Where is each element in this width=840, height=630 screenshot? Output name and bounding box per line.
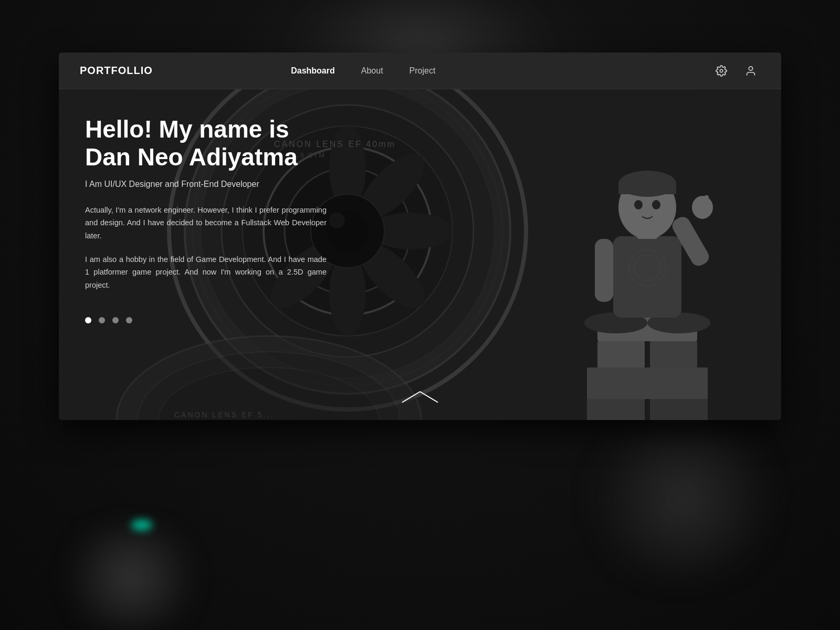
scroll-up-button[interactable] bbox=[399, 386, 441, 410]
svg-rect-29 bbox=[587, 399, 645, 420]
hero-section: CANON LENS EF 40mm 1:2.8 STM CANON LENS … bbox=[59, 89, 781, 420]
svg-rect-45 bbox=[699, 197, 704, 207]
hero-text-content: Hello! My name is Dan Neo Adiyatma I Am … bbox=[59, 89, 353, 420]
nav-item-project[interactable]: Project bbox=[410, 66, 436, 76]
svg-point-0 bbox=[720, 69, 723, 72]
nav-item-about[interactable]: About bbox=[361, 66, 383, 76]
hero-subtitle: I Am UI/UX Designer and Front-End Develo… bbox=[85, 180, 327, 189]
dot-4[interactable] bbox=[126, 317, 132, 323]
svg-rect-33 bbox=[613, 236, 681, 318]
dot-2[interactable] bbox=[99, 317, 105, 323]
brand-logo: PORTFOLLIO bbox=[80, 65, 153, 77]
bg-blob-bottom-right bbox=[578, 420, 788, 578]
svg-point-42 bbox=[634, 200, 643, 209]
svg-rect-26 bbox=[597, 341, 645, 368]
svg-point-43 bbox=[652, 200, 660, 209]
navbar: PORTFOLLIO Dashboard About Project bbox=[59, 52, 781, 89]
svg-rect-28 bbox=[587, 368, 708, 399]
hero-body-2: I am also a hobby in the field of Game D… bbox=[85, 253, 327, 292]
bg-green-accent bbox=[131, 520, 152, 530]
user-button[interactable] bbox=[741, 61, 760, 80]
settings-button[interactable] bbox=[712, 61, 731, 80]
svg-point-1 bbox=[749, 66, 752, 70]
chevron-up-icon bbox=[399, 386, 441, 407]
hero-title-line1: Hello! My name is bbox=[85, 116, 289, 143]
person-figure bbox=[555, 116, 739, 420]
svg-rect-41 bbox=[618, 184, 676, 194]
nav-menu: Dashboard About Project bbox=[291, 66, 435, 76]
hero-title: Hello! My name is Dan Neo Adiyatma bbox=[85, 116, 327, 171]
navbar-icons bbox=[712, 61, 760, 80]
svg-rect-36 bbox=[595, 239, 613, 302]
hero-dots bbox=[85, 317, 327, 323]
nav-item-dashboard[interactable]: Dashboard bbox=[291, 66, 335, 76]
hero-title-line2: Dan Neo Adiyatma bbox=[85, 143, 298, 171]
svg-rect-27 bbox=[650, 341, 697, 368]
bg-blob-bottom-left bbox=[52, 525, 210, 630]
hero-body-1: Actually, I'm a network engineer. Howeve… bbox=[85, 204, 327, 243]
hero-image-area bbox=[414, 89, 781, 420]
gear-icon bbox=[716, 65, 727, 77]
dot-1[interactable] bbox=[85, 317, 91, 323]
dot-3[interactable] bbox=[112, 317, 119, 323]
user-icon bbox=[745, 65, 757, 77]
main-window: PORTFOLLIO Dashboard About Project bbox=[59, 52, 781, 420]
svg-rect-30 bbox=[650, 399, 708, 420]
